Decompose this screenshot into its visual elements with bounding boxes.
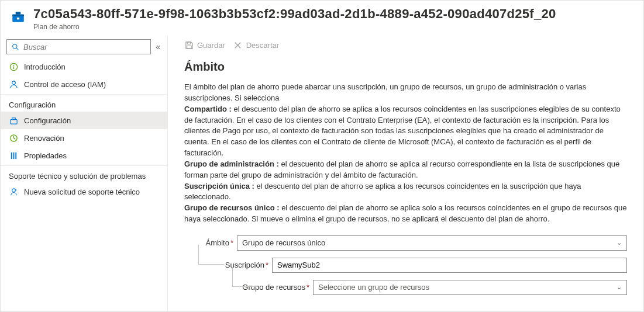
svg-rect-10 <box>10 119 16 124</box>
blade-header: 7c05a543-80ff-571e-9f98-1063b3b53cf2:99a… <box>1 1 643 36</box>
scope-field-row: Ámbito* Grupo de recursos único ⌄ <box>184 235 627 251</box>
subscription-input[interactable] <box>272 258 627 273</box>
discard-button[interactable]: Descartar <box>233 40 279 50</box>
search-field[interactable] <box>23 43 147 51</box>
svg-point-16 <box>12 188 15 192</box>
discard-icon <box>233 40 243 50</box>
sidebar: « Introducción Control de acceso (IAM) C… <box>1 36 168 311</box>
svg-point-9 <box>12 81 15 84</box>
save-icon <box>184 40 194 50</box>
scope-select[interactable]: Grupo de recursos único ⌄ <box>237 235 627 251</box>
info-icon <box>9 62 18 71</box>
sidebar-section-configuracion: Configuración <box>1 94 167 112</box>
savings-plan-icon <box>10 9 26 25</box>
discard-label: Descartar <box>246 41 279 50</box>
chevron-down-icon: ⌄ <box>617 239 622 247</box>
blade-title: 7c05a543-80ff-571e-9f98-1063b3b53cf2:99a… <box>33 6 634 22</box>
svg-rect-18 <box>187 46 191 48</box>
resource-group-label: Grupo de recursos* <box>184 283 313 292</box>
subscription-label: Suscripción* <box>184 261 272 269</box>
svg-rect-3 <box>17 18 19 19</box>
resource-group-field-row: Grupo de recursos* Seleccione un grupo d… <box>184 280 627 295</box>
svg-line-5 <box>16 48 18 50</box>
sidebar-item-label: Propiedades <box>24 151 67 160</box>
sidebar-item-configuracion[interactable]: Configuración <box>1 112 167 129</box>
sidebar-item-renovacion[interactable]: Renovación <box>1 129 167 147</box>
scope-value: Grupo de recursos único <box>242 238 325 247</box>
search-input[interactable] <box>6 39 151 54</box>
person-icon <box>9 79 18 89</box>
blade-subtitle: Plan de ahorro <box>33 23 634 31</box>
svg-rect-11 <box>12 117 15 119</box>
subscription-field-row: Suscripción* <box>184 258 627 273</box>
subscription-value[interactable] <box>277 261 622 269</box>
config-icon <box>9 116 18 125</box>
sidebar-item-label: Renovación <box>24 134 64 143</box>
svg-point-7 <box>13 64 14 65</box>
support-icon <box>9 187 18 196</box>
sidebar-item-label: Control de acceso (IAM) <box>24 80 106 89</box>
svg-point-4 <box>12 44 16 48</box>
svg-rect-2 <box>16 12 21 14</box>
search-icon <box>11 42 20 51</box>
scope-description: El ámbito del plan de ahorro puede abarc… <box>184 82 627 225</box>
page-heading: Ámbito <box>184 60 627 74</box>
resource-group-select[interactable]: Seleccione un grupo de recursos ⌄ <box>313 280 627 295</box>
chevron-down-icon: ⌄ <box>617 283 622 291</box>
sidebar-item-introduccion[interactable]: Introducción <box>1 58 167 75</box>
sidebar-item-iam[interactable]: Control de acceso (IAM) <box>1 75 167 93</box>
resource-group-placeholder: Seleccione un grupo de recursos <box>318 283 429 292</box>
properties-icon <box>9 151 18 160</box>
renewal-icon <box>9 133 18 143</box>
svg-rect-15 <box>15 152 16 158</box>
sidebar-item-label: Nueva solicitud de soporte técnico <box>24 188 140 196</box>
svg-rect-14 <box>13 152 14 158</box>
save-label: Guardar <box>197 41 225 50</box>
command-bar: Guardar Descartar <box>184 40 627 57</box>
sidebar-section-support: Soporte técnico y solución de problemas <box>1 165 167 183</box>
scope-label: Ámbito* <box>184 238 237 247</box>
collapse-sidebar-button[interactable]: « <box>154 42 161 51</box>
svg-rect-8 <box>13 66 13 69</box>
svg-rect-13 <box>11 152 12 158</box>
sidebar-item-label: Configuración <box>24 116 71 125</box>
content-pane: Guardar Descartar Ámbito El ámbito del p… <box>168 36 643 311</box>
save-button[interactable]: Guardar <box>184 40 225 50</box>
sidebar-item-support-request[interactable]: Nueva solicitud de soporte técnico <box>1 183 167 200</box>
sidebar-item-propiedades[interactable]: Propiedades <box>1 147 167 164</box>
svg-rect-1 <box>12 15 24 16</box>
sidebar-item-label: Introducción <box>24 63 66 71</box>
